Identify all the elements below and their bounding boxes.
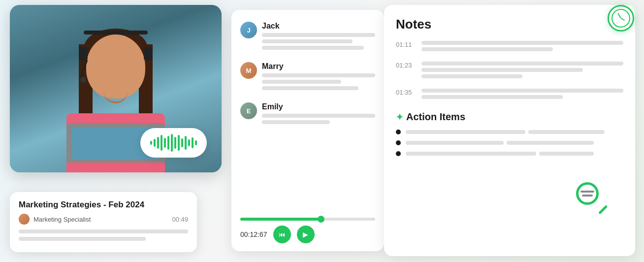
wave-bar-6 [167, 136, 169, 150]
speaker-lines-marry: Marry [262, 62, 375, 93]
bullet-dot-2 [396, 140, 401, 145]
action-item-2 [396, 140, 623, 145]
wave-bar-8 [174, 137, 176, 149]
avatar [19, 214, 30, 225]
wave-bar-5 [164, 138, 166, 148]
magnify-circle [576, 182, 599, 205]
transcript-card: J Jack M Marry E Emily [231, 10, 384, 251]
bullet-dot-1 [396, 130, 401, 134]
progress-thumb[interactable] [318, 216, 324, 223]
gray-line-1 [19, 229, 188, 233]
line [262, 80, 341, 84]
wave-bar-1 [150, 141, 152, 145]
speaker-item-emily: E Emily [240, 102, 375, 127]
line [262, 46, 364, 50]
avatar-jack: J [240, 22, 257, 38]
line [262, 73, 375, 77]
action-line [539, 152, 594, 156]
action-line [406, 141, 504, 145]
magnify-line-1 [580, 191, 594, 193]
headset-ear-left [79, 47, 88, 61]
note-time-1: 01:11 [396, 41, 415, 48]
video-background [10, 5, 222, 172]
rewind-button[interactable]: ⏮ [273, 226, 291, 243]
note-time-2: 01:23 [396, 62, 415, 69]
magnify-line-2 [582, 195, 593, 196]
note-line [421, 62, 623, 66]
wave-bar-10 [181, 138, 183, 147]
avatar-inner [19, 214, 30, 225]
notes-card: Notes 01:11 01:23 01:35 [384, 5, 635, 256]
line [262, 39, 353, 43]
info-card-subtitle-row: Marketing Specialist 00:49 [19, 214, 188, 225]
headset-band [84, 31, 148, 34]
info-card: Marketing Strategies - Feb 2024 Marketin… [10, 192, 197, 252]
info-card-time: 00:49 [172, 216, 188, 223]
video-card [10, 5, 222, 172]
action-item-lines-2 [406, 141, 623, 145]
speaker-name-emily: Emily [262, 102, 375, 111]
clock-face [612, 9, 630, 28]
sparkle-icon: ✦ [396, 112, 403, 123]
action-items-label: Action Items [406, 111, 465, 123]
info-card-title: Marketing Strategies - Feb 2024 [19, 200, 188, 210]
mic-tip [80, 77, 86, 83]
progress-track[interactable] [240, 218, 375, 221]
note-line [421, 74, 522, 78]
face [86, 34, 145, 98]
note-line [421, 89, 623, 93]
note-time-3: 01:35 [396, 89, 415, 96]
action-item-lines-1 [406, 130, 623, 134]
note-line [421, 68, 583, 72]
action-item-lines-3 [406, 152, 623, 156]
note-row-3: 01:35 [396, 89, 623, 101]
action-items-section: ✦ Action Items [396, 111, 623, 156]
action-items-title: ✦ Action Items [396, 111, 623, 123]
wave-bar-12 [188, 139, 190, 146]
playback-time: 00:12:67 [240, 230, 267, 238]
speaker-name-marry: Marry [262, 62, 375, 71]
note-row-1: 01:11 [396, 41, 623, 54]
smile [103, 91, 128, 103]
info-card-subtitle: Marketing Specialist [33, 216, 91, 223]
speaker-item-marry: M Marry [240, 62, 375, 93]
note-lines-1 [421, 41, 623, 54]
play-button[interactable]: ▶ [297, 226, 315, 243]
action-item-1 [396, 130, 623, 134]
wave-bar-3 [157, 137, 159, 149]
gray-line-2 [19, 237, 146, 241]
wave-bar-4 [161, 135, 162, 151]
playback-row: 00:12:67 ⏮ ▶ [240, 226, 375, 243]
wave-bar-2 [154, 139, 156, 147]
action-line [528, 130, 605, 134]
app-container: Marketing Strategies - Feb 2024 Marketin… [0, 0, 644, 262]
wave-bar-9 [178, 135, 180, 151]
speaker-lines-jack: Jack [262, 22, 375, 52]
speaker-lines-emily: Emily [262, 102, 375, 127]
note-line [421, 41, 623, 45]
progress-fill [240, 218, 321, 221]
wave-bar-13 [192, 137, 193, 148]
avatar-emily: E [240, 102, 257, 119]
action-line [406, 130, 525, 134]
line [262, 33, 375, 37]
note-row-2: 01:23 [396, 62, 623, 81]
note-lines-2 [421, 62, 623, 81]
wave-bar-11 [185, 136, 187, 150]
notes-title: Notes [396, 17, 623, 32]
avatar-marry: M [240, 62, 257, 79]
magnify-handle [598, 205, 608, 214]
wave-bar-7 [171, 134, 173, 152]
clock-badge [608, 5, 634, 32]
line [262, 86, 358, 90]
line [262, 114, 375, 118]
action-line [507, 141, 594, 145]
headset-ear-right [144, 47, 153, 61]
progress-area: 00:12:67 ⏮ ▶ [240, 218, 375, 243]
note-line [421, 95, 563, 99]
note-lines-3 [421, 89, 623, 101]
action-line [406, 152, 536, 156]
note-line [421, 47, 553, 51]
line [262, 120, 330, 124]
wave-bar-14 [195, 140, 197, 145]
